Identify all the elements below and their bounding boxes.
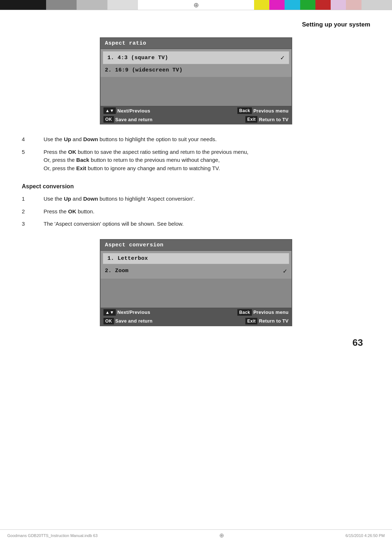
footer-row-2: OK Save and return Exit Return to TV (101, 115, 291, 124)
top-bar-left (0, 0, 138, 10)
menu-item-1-check: ✓ (281, 54, 285, 62)
bottom-bar: Goodmans GDB20TTS_Instruction Manual.ind… (0, 529, 392, 541)
aspect-ratio-title: Aspect ratio (101, 38, 291, 49)
swatch (362, 0, 377, 10)
instruction-item-1: 1 Use the Up and Down buttons to highlig… (22, 195, 370, 203)
ac-footer-key-back: Back (237, 309, 252, 316)
instruction-text-5: Press the OK button to save the aspect r… (44, 148, 370, 173)
ac-menu-item-2-check: ✓ (283, 267, 287, 275)
footer-row-1: ▲▼ Next/Previous Back Previous menu (101, 106, 291, 115)
instruction-item-2: 2 Press the OK button. (22, 208, 370, 216)
instruction-item-5: 5 Press the OK button to save the aspect… (22, 148, 370, 173)
ac-menu-item-2: 2. Zoom ✓ (101, 265, 291, 277)
instruction-num-5: 5 (22, 148, 44, 173)
menu-item-2: 2. 16:9 (widescreen TV) (101, 65, 291, 75)
instructions-middle: 1 Use the Up and Down buttons to highlig… (22, 195, 370, 228)
ac-footer-key-exit: Exit (245, 318, 257, 324)
top-bar-center-icon: ⊕ (138, 0, 254, 10)
footer-key-exit: Exit (245, 116, 257, 123)
ac-footer-key-ok: OK (103, 318, 114, 324)
footer-label-returntv: Return to TV (259, 117, 289, 122)
swatch (285, 0, 300, 10)
instruction-num-2: 2 (22, 208, 44, 216)
swatch (107, 0, 123, 10)
footer-label-save: Save and return (115, 117, 153, 122)
swatch (123, 0, 138, 10)
footer-label-nextprev: Next/Previous (117, 108, 150, 114)
instruction-text-2: Press the OK button. (44, 208, 370, 216)
swatch (46, 0, 61, 10)
menu-item-1: 1. 4:3 (square TV) ✓ (103, 51, 289, 64)
page-content: Setting up your system Aspect ratio 1. 4… (0, 10, 392, 370)
instruction-text-4: Use the Up and Down buttons to highlight… (44, 135, 370, 144)
menu-spacer (101, 77, 291, 106)
ac-footer-label-save: Save and return (115, 318, 153, 324)
ac-menu-spacer (101, 279, 291, 308)
swatch (269, 0, 285, 10)
aspect-ratio-items: 1. 4:3 (square TV) ✓ 2. 16:9 (widescreen… (101, 49, 291, 77)
ac-footer-row-1: ▲▼ Next/Previous Back Previous menu (101, 308, 291, 317)
instruction-num-1: 1 (22, 195, 44, 203)
footer-key-back: Back (237, 107, 252, 114)
swatch (300, 0, 315, 10)
ac-footer-label-prevmenu: Previous menu (253, 310, 289, 315)
swatch (0, 0, 15, 10)
ac-footer-row-2: OK Save and return Exit Return to TV (101, 317, 291, 325)
instruction-item-4: 4 Use the Up and Down buttons to highlig… (22, 135, 370, 144)
page-number: 63 (22, 337, 370, 348)
ac-footer-key-arrows: ▲▼ (103, 309, 116, 316)
swatch (77, 0, 92, 10)
menu-item-1-label: 1. 4:3 (square TV) (107, 55, 168, 61)
aspect-conversion-menu: Aspect conversion 1. Letterbox 2. Zoom ✓… (100, 239, 292, 326)
swatch (346, 0, 361, 10)
ac-footer-label-returntv: Return to TV (259, 318, 289, 324)
instruction-num-4: 4 (22, 135, 44, 144)
footer-key-arrows: ▲▼ (103, 107, 116, 114)
instruction-num-3: 3 (22, 220, 44, 228)
swatch (30, 0, 46, 10)
instructions-top: 4 Use the Up and Down buttons to highlig… (22, 135, 370, 172)
ac-menu-item-2-label: 2. Zoom (105, 268, 128, 274)
swatch (254, 0, 269, 10)
ac-menu-footer: ▲▼ Next/Previous Back Previous menu OK S… (101, 308, 291, 325)
footer-key-ok: OK (103, 116, 114, 123)
swatch (315, 0, 331, 10)
top-color-bar: ⊕ (0, 0, 392, 10)
aspect-conversion-title: Aspect conversion (101, 240, 291, 251)
swatch (377, 0, 392, 10)
top-bar-right (254, 0, 392, 10)
menu-item-2-label: 2. 16:9 (widescreen TV) (105, 67, 183, 73)
menu-footer: ▲▼ Next/Previous Back Previous menu OK S… (101, 106, 291, 124)
aspect-conversion-items: 1. Letterbox 2. Zoom ✓ (101, 251, 291, 279)
ac-menu-item-1: 1. Letterbox (103, 253, 289, 264)
swatch (92, 0, 107, 10)
footer-label-prevmenu: Previous menu (253, 108, 289, 114)
instruction-item-3: 3 The 'Aspect conversion' options will b… (22, 220, 370, 228)
bottom-center-icon: ⊕ (98, 532, 346, 539)
swatch (331, 0, 346, 10)
section-heading: Setting up your system (22, 21, 370, 28)
bottom-filename: Goodmans GDB20TTS_Instruction Manual.ind… (7, 533, 98, 538)
instruction-text-3: The 'Aspect conversion' options will be … (44, 220, 370, 228)
ac-menu-item-1-label: 1. Letterbox (107, 255, 148, 262)
aspect-ratio-menu: Aspect ratio 1. 4:3 (square TV) ✓ 2. 16:… (100, 37, 292, 124)
swatch (61, 0, 77, 10)
swatch (15, 0, 30, 10)
instruction-text-1: Use the Up and Down buttons to highlight… (44, 195, 370, 203)
bottom-timestamp: 6/15/2010 4:26:50 PM (346, 533, 385, 538)
ac-footer-label-nextprev: Next/Previous (117, 310, 150, 315)
aspect-conversion-heading: Aspect conversion (22, 183, 370, 190)
